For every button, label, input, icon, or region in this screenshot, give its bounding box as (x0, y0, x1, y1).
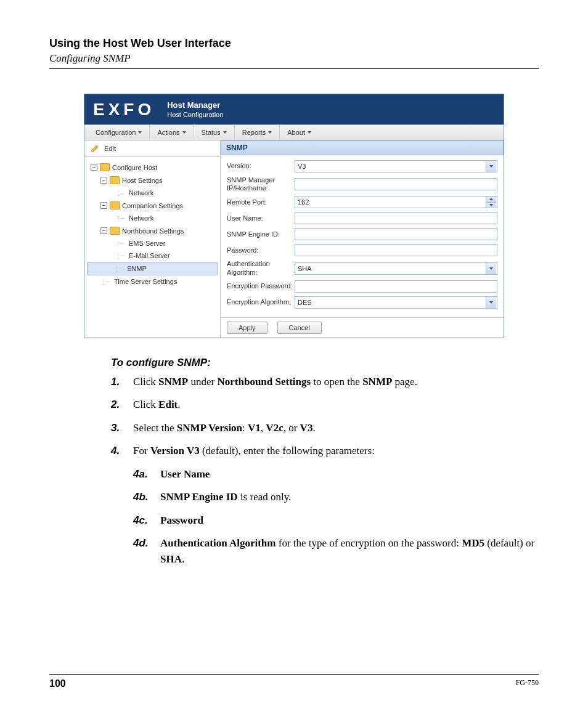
tree-time-server[interactable]: ⋮┈Time Server Settings (87, 275, 218, 288)
caret-down-icon (308, 131, 311, 134)
tree-label: Northbound Settings (122, 227, 184, 235)
form-title: SNMP (221, 140, 504, 155)
substep-number: 4d. (133, 535, 160, 567)
tree-configure-host[interactable]: Configure Host (87, 161, 218, 174)
step-4b: 4b. SNMP Engine ID is read only. (133, 489, 539, 505)
dropdown-button-icon[interactable] (486, 161, 496, 172)
input-enc-pw[interactable] (295, 280, 497, 293)
label-user: User Name: (227, 214, 295, 222)
menu-label: Reports (242, 129, 266, 136)
tree-label: Host Settings (122, 177, 162, 184)
input-value: 162 (298, 198, 309, 206)
caret-down-icon (182, 131, 186, 134)
nav-tree: Configure Host Host Settings ⋮┈Network C… (84, 157, 220, 295)
select-enc-alg[interactable]: DES (295, 296, 497, 309)
edit-label: Edit (104, 145, 116, 152)
tree-connector-icon: ⋮┈ (115, 190, 124, 197)
collapse-icon[interactable] (100, 227, 107, 234)
pencil-icon (91, 144, 99, 153)
label-enc-pw: Encryption Password: (227, 282, 295, 290)
header-rule (49, 68, 539, 69)
tree-host-network[interactable]: ⋮┈Network (87, 187, 218, 199)
tree-companion-settings[interactable]: Companion Settings (87, 199, 218, 212)
dropdown-button-icon[interactable] (486, 263, 496, 274)
select-version[interactable]: V3 (295, 160, 497, 172)
collapse-icon[interactable] (100, 177, 107, 184)
folder-icon (110, 176, 120, 184)
input-mgr[interactable] (295, 178, 497, 190)
app-title: Host Manager (167, 100, 223, 110)
step-4d: 4d. Authentication Algorithm for the typ… (133, 535, 539, 567)
select-value: V3 (298, 163, 306, 170)
substep-number: 4b. (133, 489, 160, 505)
menu-reports[interactable]: Reports (235, 125, 280, 140)
label-auth-alg: Authentication Algorithm: (227, 260, 295, 276)
sidebar: Edit Configure Host Host Settings ⋮┈Netw… (84, 140, 221, 338)
folder-icon (100, 163, 110, 171)
tree-label: E-Mail Server (129, 252, 170, 259)
tree-connector-icon: ⋮┈ (115, 215, 124, 222)
caret-down-icon (138, 131, 142, 134)
apply-button[interactable]: Apply (227, 322, 267, 334)
tree-northbound-settings[interactable]: Northbound Settings (87, 224, 218, 237)
tree-label: Companion Settings (122, 202, 183, 209)
dropdown-button-icon[interactable] (486, 297, 496, 308)
step-4a: 4a. User Name (133, 466, 539, 482)
tree-label: SNMP (127, 265, 147, 272)
section-subtitle: Configuring SNMP (49, 52, 539, 65)
collapse-icon[interactable] (100, 202, 107, 209)
substep-number: 4a. (133, 466, 160, 482)
tree-host-settings[interactable]: Host Settings (87, 174, 218, 187)
select-auth-alg[interactable]: SHA (295, 262, 497, 275)
tree-connector-icon: ⋮┈ (113, 266, 122, 272)
tree-ems-server[interactable]: ⋮┈EMS Server (87, 237, 218, 249)
menu-actions[interactable]: Actions (150, 125, 194, 140)
input-port[interactable]: 162 (295, 196, 497, 208)
select-value: SHA (298, 265, 312, 272)
step-number: 2. (111, 397, 133, 413)
collapse-icon[interactable] (91, 164, 97, 171)
tree-snmp[interactable]: ⋮┈SNMP (87, 262, 218, 275)
procedure-title: To configure SNMP: (111, 357, 539, 369)
page-number: 100 (49, 678, 66, 689)
cancel-button[interactable]: Cancel (277, 322, 322, 334)
select-value: DES (298, 299, 312, 306)
input-engine[interactable] (295, 228, 497, 240)
tree-companion-network[interactable]: ⋮┈Network (87, 212, 218, 224)
menubar: Configuration Actions Status Reports Abo… (84, 124, 504, 140)
folder-icon (110, 201, 120, 209)
tree-connector-icon: ⋮┈ (100, 278, 109, 285)
label-password: Password: (227, 246, 295, 254)
tree-connector-icon: ⋮┈ (115, 253, 124, 259)
form-pane: SNMP Version: V3 SNMP Manager IP/Hostnam… (221, 140, 504, 338)
label-port: Remote Port: (227, 198, 295, 206)
model-number: FG-750 (516, 678, 539, 689)
tree-label: Time Server Settings (114, 278, 177, 285)
tree-label: Network (129, 214, 153, 222)
app-subtitle: Host Configuration (167, 111, 223, 118)
label-engine: SNMP Engine ID: (227, 230, 295, 238)
menu-label: Actions (157, 129, 179, 136)
menu-about[interactable]: About (280, 125, 319, 140)
menu-status[interactable]: Status (194, 125, 235, 140)
tree-connector-icon: ⋮┈ (115, 240, 124, 247)
caret-down-icon (223, 131, 227, 134)
step-number: 4. (111, 443, 133, 459)
tree-label: Configure Host (112, 164, 157, 171)
tree-label: EMS Server (129, 240, 165, 247)
spinner-icon[interactable] (486, 197, 496, 208)
step-number: 3. (111, 420, 133, 436)
label-mgr: SNMP Manager IP/Hostname: (227, 176, 295, 192)
exfo-logo: EXFO (93, 101, 155, 118)
input-user[interactable] (295, 212, 497, 224)
tree-email-server[interactable]: ⋮┈E-Mail Server (87, 249, 218, 262)
step-4c: 4c. Password (133, 513, 539, 529)
label-enc-alg: Encryption Algorithm: (227, 298, 295, 306)
page-footer: 100 FG-750 (49, 674, 539, 689)
edit-button[interactable]: Edit (84, 140, 220, 157)
step-number: 1. (111, 374, 133, 390)
step-2: 2. Click Edit. (111, 397, 539, 413)
input-password[interactable] (295, 244, 497, 256)
menu-configuration[interactable]: Configuration (88, 125, 150, 140)
label-version: Version: (227, 162, 295, 170)
